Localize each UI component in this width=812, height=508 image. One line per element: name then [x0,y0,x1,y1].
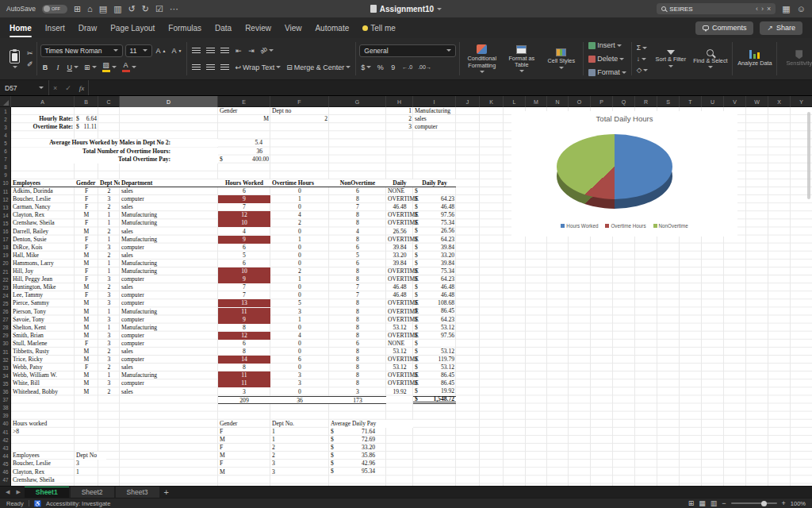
prev-sheet-icon[interactable]: ◀ [3,489,12,495]
cell-A15[interactable]: Crenshaw, Sheila [11,219,75,227]
cell-A13[interactable]: Carman, Nancy [11,203,75,211]
cell-I14[interactable]: $97.56 [413,211,456,219]
cell-I28[interactable]: $53.12 [413,324,456,332]
cell-F29[interactable]: 4 [270,332,329,340]
cell-G42[interactable]: $72.69 [329,436,386,444]
row-header-16[interactable]: 16 [0,228,11,236]
tab-view[interactable]: View [285,17,302,38]
cell-C18[interactable]: 3 [98,244,120,252]
search-close-icon[interactable]: × [767,5,771,13]
cell-G25[interactable]: 8 [329,299,386,307]
row-header-12[interactable]: 12 [0,195,11,203]
search-box[interactable]: SEIRES ‹ › × [657,3,776,14]
font-color-button[interactable]: A [121,61,138,74]
cell-H26[interactable]: OVERTIME [386,308,413,316]
decrease-font-button[interactable]: A▼ [170,44,184,57]
cell-C31[interactable]: 2 [98,348,120,356]
column-header-X[interactable]: X [768,96,791,107]
row-header-11[interactable]: 11 [0,187,11,195]
cell-H29[interactable]: OVERTIME [386,332,413,340]
zoom-in-button[interactable]: + [782,499,786,507]
cell-C24[interactable]: 3 [98,291,120,299]
cell-H24[interactable]: 46.48 [386,291,413,299]
format-painter-button[interactable]: ✐ [27,60,33,68]
cell-F31[interactable]: 0 [270,348,329,356]
row-header-19[interactable]: 19 [0,252,11,260]
cell-E20[interactable]: 6 [218,260,270,267]
cell-B18[interactable]: F [75,244,98,252]
row-header-36[interactable]: 36 [0,388,11,396]
cell-A26[interactable]: Pierson, Tony [11,308,75,316]
cell-C22[interactable]: 3 [98,275,120,283]
cell-D17[interactable]: Manufacturing [120,236,218,244]
cell-H19[interactable]: 33.20 [386,252,413,260]
cell-E11[interactable]: 6 [218,187,270,195]
italic-button[interactable]: I [53,61,63,74]
fill-button[interactable]: ↓ [635,54,648,64]
cell-B34[interactable]: M [75,371,98,379]
percent-format-button[interactable]: % [375,61,385,74]
cell-G28[interactable]: 8 [329,324,386,332]
cell-A6[interactable]: Total Number of Overtime Hours: [11,148,218,156]
row-header-42[interactable]: 42 [0,436,11,444]
cell-F19[interactable]: 0 [270,252,329,260]
row-header-8[interactable]: 8 [0,164,11,171]
cell-D33[interactable]: sales [120,364,218,371]
row-header-23[interactable]: 23 [0,283,11,291]
cell-F44[interactable]: 2 [270,452,329,460]
cell-I13[interactable]: $46.48 [413,203,456,211]
cell-F46[interactable]: 3 [270,468,329,476]
cell-A27[interactable]: Savoie, Tony [11,316,75,324]
cell-G13[interactable]: 7 [329,203,386,211]
row-header-24[interactable]: 24 [0,291,11,299]
cell-A29[interactable]: Smith, Brian [11,332,75,340]
title-chevron-icon[interactable] [437,8,442,10]
cell-B12[interactable]: F [75,195,98,203]
column-header-S[interactable]: S [657,96,680,107]
cell-E13[interactable]: 7 [218,203,270,211]
cell-I20[interactable]: $39.84 [413,260,456,267]
cancel-icon[interactable]: × [49,84,61,92]
column-header-Y[interactable]: Y [791,96,812,107]
cell-A22[interactable]: Hill, Peggy Jean [11,275,75,283]
cell-E22[interactable]: 9 [218,275,270,283]
accessibility-status[interactable]: Accessibility: Investigate [46,500,110,507]
cell-I22[interactable]: $64.23 [413,275,456,283]
cell-G46[interactable]: $95.34 [329,468,386,476]
cell-F1[interactable]: Dept no [270,107,329,115]
cell-F26[interactable]: 3 [270,308,329,316]
cell-G33[interactable]: 8 [329,364,386,371]
formula-input[interactable] [88,80,812,95]
cell-G12[interactable]: 8 [329,195,386,203]
cell-A31[interactable]: Tibbetts, Rusty [11,348,75,356]
borders-button[interactable]: ⊞ [82,61,98,74]
cell-G45[interactable]: $42.96 [329,460,386,468]
row-header-31[interactable]: 31 [0,348,11,356]
cell-I30[interactable]: $ [413,340,456,348]
cell-E42[interactable]: M [218,436,270,444]
cell-E12[interactable]: 9 [218,195,270,203]
cell-E2[interactable]: M [218,115,270,123]
zoom-slider[interactable] [731,502,777,504]
cell-A11[interactable]: Adkins, Dorinda [11,187,75,195]
format-as-table-button[interactable]: Format as Table [503,45,540,73]
column-header-B[interactable]: B [75,96,98,107]
cell-F13[interactable]: 0 [270,203,329,211]
cell-A16[interactable]: Darrell, Bailey [11,228,75,236]
cell-E43[interactable]: F [218,444,270,452]
cell-F41[interactable]: 1 [270,428,329,436]
row-header-13[interactable]: 13 [0,203,11,211]
cell-A19[interactable]: Hall, Mike [11,252,75,260]
cell-I15[interactable]: $75.34 [413,219,456,227]
row-header-37[interactable]: 37 [0,396,11,404]
cell-A7[interactable]: Total Overtime Pay: [11,156,218,164]
cell-C28[interactable]: 1 [98,324,120,332]
row-header-10[interactable]: 10 [0,179,11,187]
cell-E25[interactable]: 13 [218,299,270,307]
cell-A18[interactable]: DiRce, Kois [11,244,75,252]
cell-I31[interactable]: $53.12 [413,348,456,356]
cell-I29[interactable]: $97.56 [413,332,456,340]
cell-I25[interactable]: $108.68 [413,299,456,307]
cell-C35[interactable]: 3 [98,379,120,387]
cell-B32[interactable]: M [75,356,98,364]
